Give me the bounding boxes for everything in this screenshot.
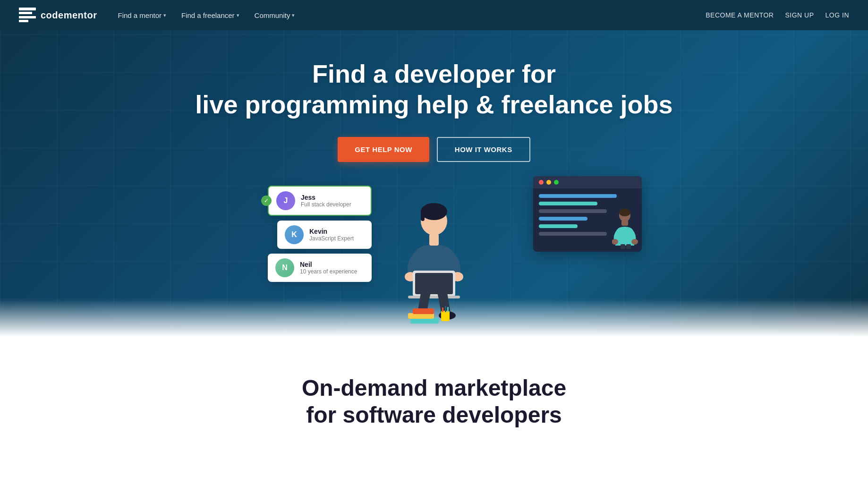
nav-find-freelancer[interactable]: Find a freelancer ▾: [176, 8, 245, 23]
freelancer-card-neil[interactable]: N Neil 10 years of experience: [268, 254, 372, 282]
mentor-svg: [612, 209, 638, 249]
freelancer-card-wrapper: J Jess Full stack developer ✓: [268, 186, 372, 216]
nav-community[interactable]: Community ▾: [249, 8, 301, 23]
svg-rect-19: [442, 307, 443, 312]
nav-find-mentor[interactable]: Find a mentor ▾: [112, 8, 172, 23]
svg-rect-17: [413, 308, 434, 314]
code-line: [539, 217, 587, 221]
developer-figure: [396, 195, 472, 327]
svg-point-26: [631, 239, 638, 245]
card-info-kevin: Kevin JavaScript Expert: [309, 228, 354, 242]
hero-title: Find a developer for live programming he…: [195, 59, 672, 120]
card-info-jess: Jess Full stack developer: [301, 194, 351, 208]
log-in-link[interactable]: LOG IN: [825, 11, 849, 19]
nav-right: BECOME A MENTOR SIGN UP LOG IN: [706, 11, 849, 19]
svg-rect-2: [19, 16, 36, 18]
svg-point-23: [619, 209, 630, 216]
freelancer-card-kevin[interactable]: K Kevin JavaScript Expert: [277, 221, 372, 249]
svg-rect-6: [421, 212, 425, 221]
freelancer-cards: J Jess Full stack developer ✓ K Kevin Ja…: [268, 186, 372, 287]
maximize-dot: [554, 180, 559, 185]
get-help-now-button[interactable]: GET HELP NOW: [338, 137, 429, 162]
logo[interactable]: codementor: [19, 8, 97, 23]
svg-rect-3: [19, 20, 28, 22]
freelancer-card-wrapper-kevin: K Kevin JavaScript Expert: [268, 221, 372, 249]
how-it-works-button[interactable]: HOW IT WORKS: [437, 137, 530, 162]
svg-rect-24: [621, 220, 628, 226]
avatar-neil: N: [275, 258, 294, 277]
navbar: codementor Find a mentor ▾ Find a freela…: [0, 0, 868, 30]
chevron-down-icon: ▾: [237, 12, 239, 18]
svg-rect-28: [626, 244, 631, 249]
nav-links: Find a mentor ▾ Find a freelancer ▾ Comm…: [112, 8, 300, 23]
svg-rect-18: [441, 311, 450, 321]
hero-section: Find a developer for live programming he…: [0, 0, 868, 337]
svg-rect-0: [19, 8, 36, 10]
hero-content: Find a developer for live programming he…: [186, 30, 682, 171]
code-line: [539, 209, 607, 213]
sign-up-link[interactable]: SIGN UP: [785, 11, 814, 19]
check-icon: ✓: [261, 196, 272, 206]
white-section: On-demand marketplace for software devel…: [0, 337, 868, 457]
card-info-neil: Neil 10 years of experience: [300, 261, 357, 275]
avatar-kevin: K: [285, 225, 304, 244]
svg-rect-27: [621, 244, 625, 249]
nav-left: codementor Find a mentor ▾ Find a freela…: [19, 8, 300, 23]
chevron-down-icon: ▾: [163, 12, 166, 18]
svg-point-5: [421, 203, 447, 220]
svg-rect-11: [415, 273, 453, 294]
avatar-jess: J: [276, 191, 295, 210]
developer-svg: [396, 195, 472, 327]
logo-text: codementor: [41, 10, 97, 21]
code-line: [539, 232, 607, 236]
freelancer-card-wrapper-neil: N Neil 10 years of experience: [268, 254, 372, 282]
svg-rect-12: [408, 296, 460, 298]
hero-buttons: GET HELP NOW HOW IT WORKS: [195, 137, 672, 162]
logo-icon: [19, 8, 36, 23]
minimize-dot: [546, 180, 551, 185]
freelancer-card-jess[interactable]: J Jess Full stack developer: [268, 186, 372, 216]
code-editor: [533, 176, 642, 252]
svg-rect-21: [447, 307, 449, 312]
svg-rect-20: [445, 306, 446, 312]
close-dot: [539, 180, 544, 185]
section-title: On-demand marketplace for software devel…: [19, 374, 849, 429]
chevron-down-icon: ▾: [292, 12, 295, 18]
code-line: [539, 194, 617, 198]
code-line: [539, 224, 578, 228]
svg-rect-1: [19, 12, 32, 14]
code-line: [539, 202, 597, 205]
become-mentor-link[interactable]: BECOME A MENTOR: [706, 11, 774, 19]
svg-rect-7: [429, 234, 439, 246]
editor-titlebar: [533, 176, 642, 188]
